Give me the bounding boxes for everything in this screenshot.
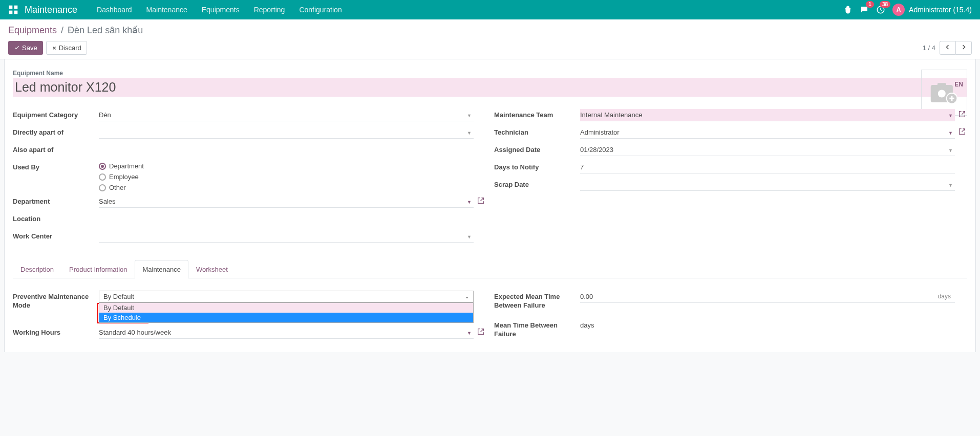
dd-option-default[interactable]: By Default: [99, 303, 473, 313]
save-button[interactable]: Save: [8, 41, 43, 55]
svg-point-6: [938, 90, 946, 97]
breadcrumb-bar: Equipments / Đèn Led sân khấu: [0, 19, 980, 36]
chevron-down-icon: ▼: [467, 113, 472, 118]
chevron-down-icon: ▼: [948, 183, 953, 188]
breadcrumb-root[interactable]: Equipments: [8, 25, 57, 36]
breadcrumb-sep: /: [61, 25, 63, 36]
external-link-icon[interactable]: [958, 127, 966, 137]
label-mtbf: Mean Time Between Failure: [494, 319, 580, 339]
form-header: Equipment Name EN: [13, 70, 967, 97]
field-department[interactable]: Sales: [99, 195, 474, 208]
tab-worksheet[interactable]: Worksheet: [188, 260, 236, 278]
field-mtbf: days: [580, 319, 955, 329]
preventive-mode-dropdown: By Default By Schedule: [99, 302, 474, 323]
preventive-mode-value: By Default: [103, 293, 134, 300]
chevron-down-icon: ▼: [467, 130, 472, 136]
tab-maintenance[interactable]: Maintenance: [135, 260, 188, 278]
svg-rect-7: [938, 83, 946, 87]
nav-reporting[interactable]: Reporting: [247, 6, 292, 14]
tabs: Description Product Information Maintena…: [13, 260, 967, 278]
discard-label: Discard: [59, 44, 81, 52]
chevron-down-icon: ▼: [467, 331, 472, 336]
field-days-notify[interactable]: 7: [580, 161, 955, 173]
discard-button[interactable]: Discard: [46, 41, 87, 55]
chevron-down-icon: ▼: [948, 130, 953, 136]
pager-text[interactable]: 1 / 4: [923, 44, 935, 52]
equipment-name-label: Equipment Name: [13, 70, 967, 77]
label-also-apart: Also apart of: [13, 144, 99, 154]
avatar: A: [892, 4, 905, 16]
label-work-center: Work Center: [13, 230, 99, 240]
svg-rect-3: [14, 11, 18, 14]
activities-badge: 38: [880, 1, 890, 8]
radio-other[interactable]: Other: [99, 184, 474, 191]
form-left-col: Equipment Category Đèn ▼ Directly apart …: [13, 107, 474, 246]
field-maintenance-team[interactable]: Internal Maintenance: [580, 109, 955, 121]
field-working-hours[interactable]: Standard 40 hours/week: [99, 326, 474, 339]
field-scrap-date[interactable]: [580, 179, 955, 191]
external-link-icon[interactable]: [477, 328, 485, 337]
apps-icon[interactable]: [8, 5, 18, 15]
nav-equipments[interactable]: Equipments: [195, 6, 247, 14]
label-technician: Technician: [494, 126, 580, 136]
field-technician[interactable]: Administrator: [580, 126, 955, 139]
pager-next[interactable]: [955, 41, 972, 55]
external-link-icon[interactable]: [477, 197, 485, 206]
form-sheet: Equipment Name EN Equipment Category Đèn…: [4, 59, 976, 352]
action-bar: Save Discard 1 / 4: [0, 36, 980, 59]
field-location[interactable]: [99, 213, 474, 225]
app-name[interactable]: Maintenance: [25, 5, 77, 15]
messages-icon[interactable]: 1: [860, 5, 869, 14]
nav-configuration[interactable]: Configuration: [292, 6, 349, 14]
field-equipment-category[interactable]: Đèn: [99, 109, 474, 121]
pager: 1 / 4: [923, 41, 972, 55]
messages-badge: 1: [866, 1, 874, 8]
equipment-name-input[interactable]: [13, 78, 967, 97]
tab-description[interactable]: Description: [13, 260, 61, 278]
save-label: Save: [22, 44, 37, 52]
field-also-apart[interactable]: [99, 144, 474, 156]
label-used-by: Used By: [13, 161, 99, 171]
used-by-radio-group: Department Employee Other: [99, 161, 474, 191]
navbar-left: Maintenance Dashboard Maintenance Equipm…: [8, 5, 349, 15]
label-equipment-category: Equipment Category: [13, 109, 99, 119]
debug-icon[interactable]: [843, 5, 853, 14]
external-link-icon[interactable]: [958, 110, 966, 120]
label-scrap-date: Scrap Date: [494, 179, 580, 188]
label-preventive-mode: Preventive Maintenance Mode: [13, 291, 99, 310]
form-right-col: Maintenance Team Internal Maintenance ▼ …: [494, 107, 967, 246]
chevron-down-icon: ⌄: [465, 294, 469, 299]
breadcrumb: Equipments / Đèn Led sân khấu: [8, 25, 143, 36]
tab-product-info[interactable]: Product Information: [61, 260, 135, 278]
label-expected-mtbf: Expected Mean Time Between Failure: [494, 291, 580, 310]
field-assigned-date[interactable]: 01/28/2023: [580, 144, 955, 156]
radio-employee[interactable]: Employee: [99, 173, 474, 181]
field-preventive-mode[interactable]: By Default ⌄ By Default By Schedule: [99, 291, 474, 302]
label-working-hours: Working Hours: [13, 326, 99, 336]
chevron-down-icon: ▼: [467, 200, 472, 205]
navbar-right: 1 38 A Administrator (15.4): [843, 4, 972, 16]
nav-dashboard[interactable]: Dashboard: [90, 6, 139, 14]
form-wrap: Equipment Name EN Equipment Category Đèn…: [0, 59, 980, 352]
dd-option-schedule[interactable]: By Schedule: [99, 313, 473, 322]
field-directly-apart[interactable]: [99, 126, 474, 139]
svg-rect-2: [9, 11, 13, 14]
chevron-down-icon: ▼: [948, 113, 953, 118]
tab-content-maintenance: Preventive Maintenance Mode By Default ⌄…: [13, 278, 967, 352]
top-navbar: Maintenance Dashboard Maintenance Equipm…: [0, 0, 980, 19]
nav-maintenance[interactable]: Maintenance: [139, 6, 195, 14]
user-name: Administrator (15.4): [909, 6, 972, 14]
unit-days: days: [938, 293, 951, 300]
svg-rect-0: [9, 6, 13, 9]
label-maintenance-team: Maintenance Team: [494, 109, 580, 119]
label-days-notify: Days to Notify: [494, 161, 580, 171]
chevron-down-icon: ▼: [467, 234, 472, 239]
field-expected-mtbf[interactable]: 0.00: [580, 291, 955, 303]
radio-department[interactable]: Department: [99, 162, 474, 170]
user-menu[interactable]: A Administrator (15.4): [892, 4, 972, 16]
label-location: Location: [13, 213, 99, 223]
activities-icon[interactable]: 38: [876, 5, 885, 14]
pager-prev[interactable]: [940, 41, 955, 55]
breadcrumb-current: Đèn Led sân khấu: [68, 25, 143, 36]
field-work-center[interactable]: [99, 230, 474, 243]
